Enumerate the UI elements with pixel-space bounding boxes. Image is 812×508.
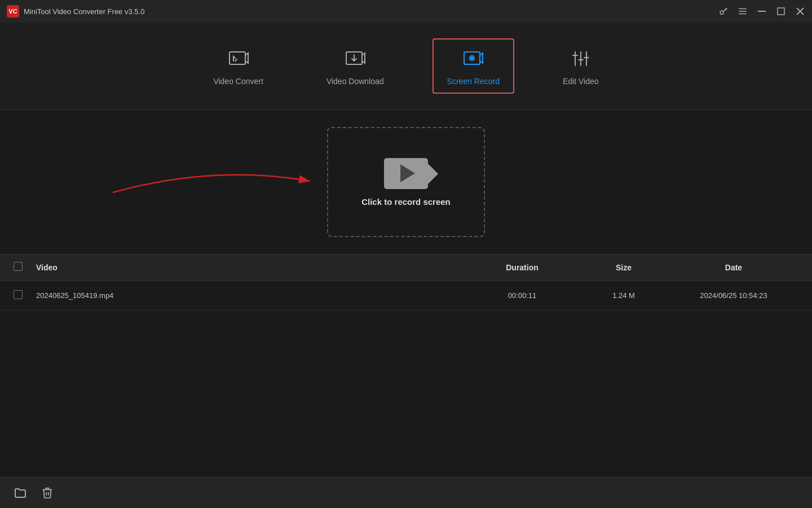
nav-label-video-download: Video Download <box>326 77 384 86</box>
nav-item-edit-video[interactable]: Edit Video <box>548 38 614 94</box>
title-bar-left: VC MiniTool Video Converter Free v3.5.0 <box>7 5 144 17</box>
minimize-button[interactable] <box>757 6 767 16</box>
app-logo: VC <box>7 5 19 17</box>
nav-label-edit-video: Edit Video <box>563 77 599 86</box>
select-all-checkbox[interactable] <box>14 262 23 271</box>
video-download-icon <box>343 46 368 71</box>
bottom-bar <box>0 477 812 508</box>
open-folder-button[interactable] <box>11 484 29 502</box>
record-camera-icon <box>384 158 428 189</box>
app-title: MiniTool Video Converter Free v3.5.0 <box>24 7 144 16</box>
table-header-duration: Duration <box>466 263 579 272</box>
table-header-video: Video <box>36 263 466 272</box>
row-checkbox[interactable] <box>14 290 23 299</box>
table-header-check <box>14 262 36 273</box>
row-size: 1.24 M <box>579 291 669 300</box>
video-convert-icon <box>226 46 251 71</box>
close-button[interactable] <box>795 6 805 16</box>
nav-bar: Video Convert Video Download Screen Reco… <box>0 23 812 110</box>
nav-item-screen-record[interactable]: Screen Record <box>433 38 514 94</box>
title-bar: VC MiniTool Video Converter Free v3.5.0 <box>0 0 812 23</box>
main-content: Click to record screen Video Duration Si… <box>0 110 812 477</box>
row-date: 2024/06/25 10:54:23 <box>669 291 798 300</box>
svg-point-0 <box>720 11 723 14</box>
row-filename: 20240625_105419.mp4 <box>36 291 466 300</box>
svg-rect-5 <box>778 8 784 15</box>
table-section: Video Duration Size Date 20240625_105419… <box>0 254 812 310</box>
title-bar-controls <box>718 6 805 16</box>
nav-label-video-convert: Video Convert <box>213 77 263 86</box>
record-area[interactable]: Click to record screen <box>327 127 485 237</box>
row-duration: 00:00:11 <box>466 291 579 300</box>
screen-record-icon <box>461 46 486 71</box>
svg-point-12 <box>471 58 473 59</box>
table-header: Video Duration Size Date <box>0 254 812 281</box>
delete-button[interactable] <box>38 484 56 502</box>
table-header-date: Date <box>669 263 798 272</box>
nav-label-screen-record: Screen Record <box>447 77 500 86</box>
key-icon[interactable] <box>718 6 729 16</box>
table-row[interactable]: 20240625_105419.mp4 00:00:11 1.24 M 2024… <box>0 281 812 310</box>
arrow-indicator <box>113 164 316 200</box>
table-header-size: Size <box>579 263 669 272</box>
edit-video-icon <box>568 46 593 71</box>
row-check <box>14 290 36 301</box>
nav-item-video-convert[interactable]: Video Convert <box>198 38 277 94</box>
svg-rect-8 <box>230 52 245 64</box>
maximize-button[interactable] <box>776 6 786 16</box>
menu-icon[interactable] <box>738 6 748 16</box>
nav-item-video-download[interactable]: Video Download <box>312 38 399 94</box>
record-label: Click to record screen <box>361 197 451 207</box>
